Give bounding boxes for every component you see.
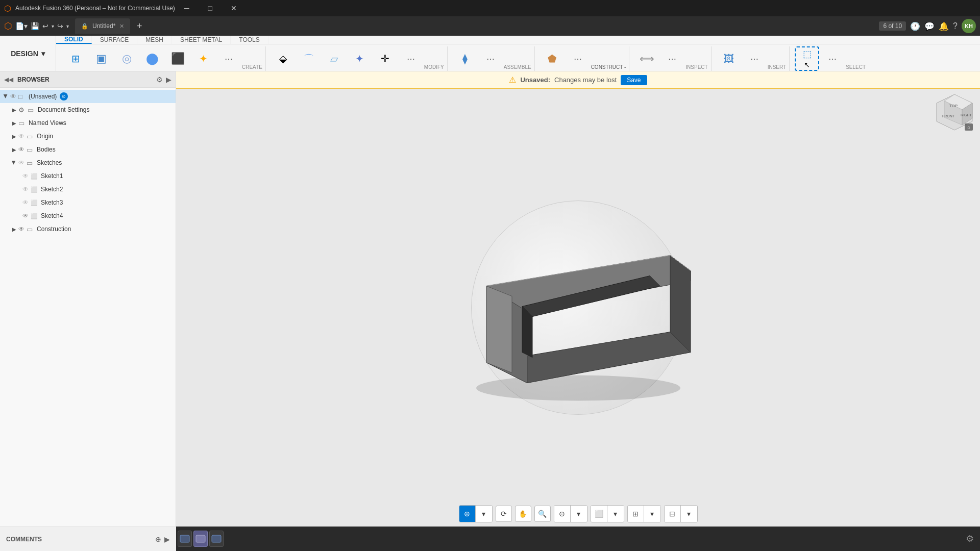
- redo-icon[interactable]: ↪: [57, 22, 63, 30]
- add-comment-icon[interactable]: ⊕: [155, 535, 161, 543]
- orbit-button[interactable]: ⟳: [496, 506, 512, 522]
- close-button[interactable]: ✕: [222, 0, 246, 16]
- modify-fillet-button[interactable]: ⌒: [297, 46, 321, 71]
- eye-sketches[interactable]: 👁: [18, 159, 27, 166]
- svg-text:⌂: ⌂: [967, 124, 970, 130]
- select-dropdown-button[interactable]: ⋯: [820, 46, 845, 71]
- timeline-marker-7[interactable]: [193, 531, 208, 547]
- eye-root[interactable]: 👁: [10, 93, 18, 100]
- view-cube-dropdown-button[interactable]: ▾: [681, 506, 697, 522]
- select-dropdown-btn[interactable]: ▾: [476, 506, 492, 522]
- viewcube[interactable]: TOP FRONT RIGHT ⌂: [934, 92, 975, 133]
- select-group: ⬚ ↖ ⋯ SELECT: [792, 46, 869, 71]
- tree-item-construction[interactable]: ▶ 👁 ▭ Construction: [0, 222, 176, 236]
- construct-dropdown-button[interactable]: ⋯: [566, 46, 590, 71]
- viewport-canvas[interactable]: [176, 89, 980, 527]
- expand-comments-icon[interactable]: ▶: [164, 535, 170, 543]
- new-component-button[interactable]: ⊞: [63, 46, 88, 71]
- undo-icon[interactable]: ↩: [42, 22, 48, 30]
- pan-button[interactable]: ✋: [515, 506, 531, 522]
- construct-plane-button[interactable]: ⬟: [540, 46, 565, 71]
- redo-dropdown-icon[interactable]: ▾: [66, 23, 69, 29]
- modify-dropdown-button[interactable]: ⋯: [399, 46, 423, 71]
- revolve-button[interactable]: ◎: [114, 46, 139, 71]
- modify-press-pull-button[interactable]: ⬙: [271, 46, 296, 71]
- grid-button[interactable]: ⊞: [628, 506, 644, 522]
- assemble-dropdown-button[interactable]: ⋯: [478, 46, 503, 71]
- tab-bar: ⬡ 📄▾ 💾 ↩ ▾ ↪ ▾ 🔒 Untitled* ✕ + 6 of 10 🕐…: [0, 16, 980, 36]
- undo-dropdown-icon[interactable]: ▾: [52, 23, 54, 29]
- tree-item-bodies[interactable]: ▶ 👁 ▭ Bodies: [0, 143, 176, 156]
- grid-dropdown-button[interactable]: ▾: [644, 506, 660, 522]
- zoom-button[interactable]: 🔍: [534, 506, 551, 522]
- minimize-button[interactable]: ─: [175, 0, 199, 16]
- tree-item-sketch1[interactable]: 👁 ⬜ Sketch1: [0, 169, 176, 183]
- design-button[interactable]: DESIGN ▾: [0, 36, 56, 71]
- view-cube-button[interactable]: ⊟: [665, 506, 681, 522]
- eye-sketch2[interactable]: 👁: [22, 186, 31, 193]
- tab-mesh[interactable]: MESH: [137, 36, 172, 44]
- tab-surface[interactable]: SURFACE: [92, 36, 138, 44]
- gear-doc-icon: ⚙: [18, 106, 28, 114]
- browser-collapse-button[interactable]: ◀◀: [4, 76, 13, 83]
- timeline-marker-6[interactable]: [178, 531, 192, 547]
- tree-item-sketches[interactable]: ▶ 👁 ▭ Sketches: [0, 156, 176, 169]
- save-icon[interactable]: 💾: [31, 22, 39, 30]
- eye-sketch4[interactable]: 👁: [22, 212, 31, 219]
- active-tab[interactable]: 🔒 Untitled* ✕: [75, 18, 130, 34]
- zoom-dropdown-button[interactable]: ▾: [571, 506, 587, 522]
- help-icon[interactable]: ?: [953, 21, 958, 31]
- insert-image-button[interactable]: 🖼: [717, 46, 741, 71]
- new-file-icon[interactable]: 📄▾: [15, 22, 28, 30]
- modify-shell-button[interactable]: ▱: [322, 46, 347, 71]
- insert-dropdown-button[interactable]: ⋯: [742, 46, 767, 71]
- tab-solid[interactable]: SOLID: [56, 36, 92, 44]
- add-tab-button[interactable]: +: [132, 19, 146, 33]
- assemble-joint-button[interactable]: ⧫: [453, 46, 477, 71]
- tab-tools[interactable]: TOOLS: [231, 36, 268, 44]
- tree-item-sketch4[interactable]: 👁 ⬜ Sketch4: [0, 209, 176, 222]
- notification-icon[interactable]: 🔔: [939, 21, 949, 31]
- user-avatar[interactable]: KH: [962, 19, 976, 33]
- tree-item-sketch2[interactable]: 👁 ⬜ Sketch2: [0, 183, 176, 196]
- box-button[interactable]: ⬛: [165, 46, 190, 71]
- tree-item-root[interactable]: ▶ 👁 □ (Unsaved) ⊙: [0, 90, 176, 103]
- tree-item-named-views[interactable]: ▶ ▭ Named Views: [0, 116, 176, 130]
- tab-sheet-metal[interactable]: SHEET METAL: [172, 36, 231, 44]
- chevron-bodies: ▶: [10, 145, 18, 154]
- extrude-button[interactable]: ▣: [89, 46, 113, 71]
- tree-item-doc-settings[interactable]: ▶ ⚙ ▭ Document Settings: [0, 103, 176, 116]
- select-button[interactable]: ⬚ ↖: [795, 46, 819, 71]
- star-button[interactable]: ✦: [191, 46, 215, 71]
- maximize-button[interactable]: □: [199, 0, 222, 16]
- modify-combine-button[interactable]: ✦: [348, 46, 372, 71]
- timeline-settings-icon[interactable]: ⚙: [966, 533, 974, 544]
- eye-sketch3[interactable]: 👁: [22, 199, 31, 206]
- zoom-fit-button[interactable]: ⊙: [554, 506, 571, 522]
- viewport[interactable]: ⚠ Unsaved: Changes may be lost Save: [176, 71, 980, 527]
- browser-expand-icon[interactable]: ▶: [166, 76, 172, 84]
- select-mode-button[interactable]: ⊕: [459, 506, 476, 522]
- press-pull-icon: ⬙: [279, 53, 287, 65]
- clock-icon[interactable]: 🕐: [910, 21, 920, 31]
- display-mode-button[interactable]: ⬜: [591, 506, 607, 522]
- timeline-marker-8[interactable]: [209, 531, 224, 547]
- browser-settings-icon[interactable]: ⚙: [156, 76, 163, 84]
- eye-origin[interactable]: 👁: [18, 133, 27, 140]
- eye-construction[interactable]: 👁: [18, 226, 27, 233]
- modify-move-button[interactable]: ✛: [373, 46, 398, 71]
- folder-named-views-icon: ▭: [18, 119, 28, 127]
- close-tab-icon[interactable]: ✕: [119, 23, 124, 30]
- tree-item-origin[interactable]: ▶ 👁 ▭ Origin: [0, 130, 176, 143]
- chat-bubble-icon[interactable]: 💬: [924, 21, 935, 31]
- inspect-dropdown-button[interactable]: ⋯: [660, 46, 684, 71]
- tree-item-sketch3[interactable]: 👁 ⬜ Sketch3: [0, 196, 176, 209]
- comments-panel: COMMENTS ⊕ ▶: [0, 527, 176, 551]
- measure-button[interactable]: ⟺: [634, 46, 659, 71]
- dropdown-more-button[interactable]: ⋯: [216, 46, 241, 71]
- eye-bodies[interactable]: 👁: [18, 146, 27, 153]
- sphere-button[interactable]: ⬤: [140, 46, 164, 71]
- eye-sketch1[interactable]: 👁: [22, 172, 31, 180]
- display-dropdown-button[interactable]: ▾: [607, 506, 624, 522]
- save-button[interactable]: Save: [621, 75, 647, 85]
